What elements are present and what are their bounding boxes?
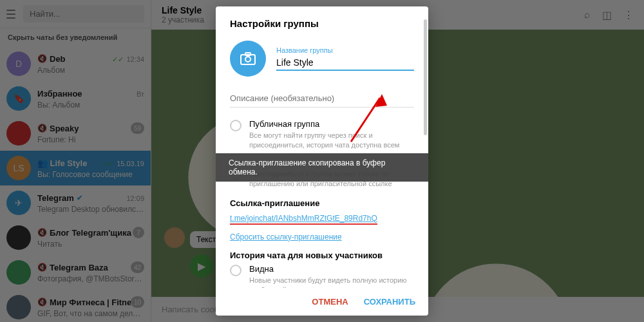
invite-link-title: Ссылка-приглашение (230, 198, 414, 208)
group-name-input[interactable] (276, 55, 414, 71)
scrollbar-thumb[interactable] (424, 19, 427, 135)
modal-title: Настройки группы (230, 18, 414, 29)
save-button[interactable]: СОХРАНИТЬ (364, 297, 415, 307)
history-title: История чата для новых участников (230, 251, 414, 260)
history-visible-option[interactable]: Видна Новые участники будут видеть полну… (230, 264, 414, 288)
reset-link[interactable]: Сбросить ссылку-приглашение (230, 232, 414, 242)
radio-icon (230, 265, 242, 276)
group-name-label: Название группы (276, 46, 414, 54)
svg-line-3 (351, 98, 380, 142)
toast-notification: Ссылка-приглашение скопирована в буфер о… (216, 153, 428, 182)
cancel-button[interactable]: ОТМЕНА (312, 297, 348, 307)
svg-point-1 (245, 57, 251, 62)
annotation-arrow (345, 90, 390, 148)
radio-icon (230, 120, 242, 131)
group-settings-modal: Настройки группы Название группы Публичн… (216, 6, 428, 316)
modal-overlay[interactable]: Настройки группы Название группы Публичн… (0, 0, 644, 322)
camera-icon (240, 52, 256, 65)
group-photo-button[interactable] (230, 41, 266, 77)
invite-link[interactable]: t.me/joinchat/IANbshMmRZtGtE_89Rd7hQ (230, 214, 377, 225)
